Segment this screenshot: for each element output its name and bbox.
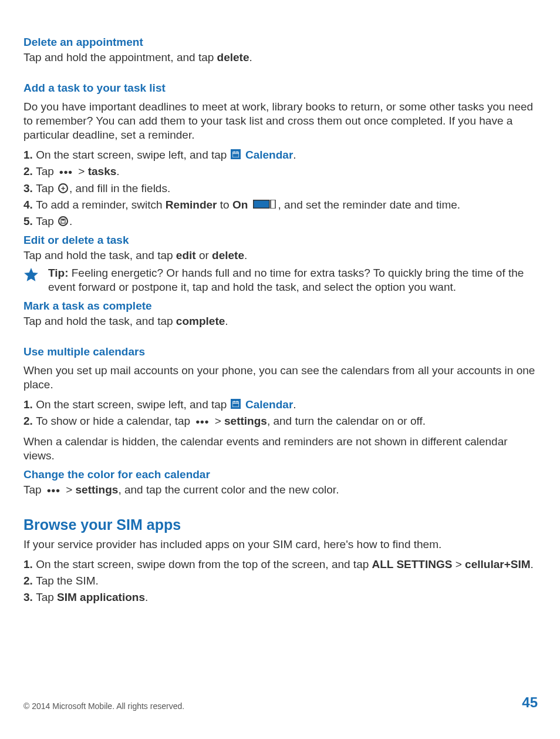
text-bold-tasks: tasks [88, 165, 117, 177]
text: Tap [36, 182, 57, 194]
svg-rect-9 [232, 402, 239, 407]
text: Feeling energetic? Or hands full and no … [48, 267, 524, 293]
text: . [225, 315, 228, 327]
section-heading-change-color: Change the color for each calendar [23, 468, 538, 482]
text: . [293, 398, 296, 411]
text: . [244, 249, 247, 261]
step-number: 3. [23, 591, 36, 603]
text-bold-reminder: Reminder [166, 199, 217, 211]
text: . [249, 51, 252, 63]
body-text: Tap and hold the task, and tap complete. [23, 314, 538, 328]
section-heading-sim-apps: Browse your SIM apps [23, 518, 538, 532]
step-number: 2. [23, 165, 36, 177]
text-bold-edit: edit [176, 249, 196, 261]
text [248, 199, 251, 211]
text: Tap [36, 165, 57, 177]
more-icon: ••• [47, 483, 60, 498]
step-number: 1. [23, 398, 36, 411]
text-bold-sim-applications: SIM applications [57, 591, 145, 603]
text: On the start screen, swipe left, and tap [36, 149, 230, 161]
text-bold-calendar: Calendar [245, 398, 293, 411]
page-number: 45 [522, 694, 538, 711]
text: Tap [36, 591, 57, 603]
section-heading-multi-calendars: Use multiple calendars [23, 345, 538, 359]
more-icon: ••• [59, 165, 73, 179]
text: , and turn the calendar on or off. [267, 415, 426, 427]
body-text: Tap ••• > settings, and tap the current … [23, 483, 538, 498]
more-icon: ••• [195, 415, 209, 429]
text: Tap and hold the appointment, and tap [23, 51, 217, 63]
step-number: 3. [23, 182, 36, 194]
text-bold-cellular-sim: cellular+SIM [465, 558, 530, 570]
text: . [116, 165, 119, 177]
text: To add a reminder, switch [36, 199, 166, 211]
save-icon [58, 216, 68, 226]
text: Tap [23, 483, 45, 496]
step-line: 1. On the start screen, swipe left, and … [23, 398, 538, 412]
step-number: 1. [23, 558, 36, 570]
step-number: 2. [23, 575, 36, 587]
step-number: 5. [23, 215, 36, 227]
section-heading-mark-complete: Mark a task as complete [23, 299, 538, 313]
step-line: 1. On the start screen, swipe down from … [23, 557, 538, 572]
step-line: 4. To add a reminder, switch Reminder to… [23, 198, 538, 212]
svg-rect-4 [253, 200, 269, 209]
step-line: 3. Tap SIM applications. [23, 590, 538, 604]
step-number: 1. [23, 149, 36, 161]
step-line: 2. Tap the SIM. [23, 574, 538, 588]
section-heading-delete-appointment: Delete an appointment [23, 35, 538, 49]
body-text: Tap and hold the appointment, and tap de… [23, 51, 538, 65]
text: to [217, 199, 232, 211]
text-bold-on: On [232, 199, 248, 211]
text: Tap and hold the task, and tap [23, 249, 176, 261]
text-bold-settings: settings [76, 483, 119, 496]
text: , and fill in the fields. [69, 182, 170, 194]
svg-rect-7 [62, 219, 65, 221]
text: > [211, 415, 224, 427]
text: . [69, 215, 72, 227]
text: > [452, 558, 465, 570]
calendar-icon [231, 149, 241, 159]
body-text: Do you have important deadlines to meet … [23, 100, 538, 142]
text-bold-all-settings: ALL SETTINGS [372, 558, 453, 570]
text: Tap and hold the task, and tap [23, 315, 176, 327]
text-bold-calendar: Calendar [245, 149, 293, 161]
step-line: 2. Tap ••• > tasks. [23, 164, 538, 179]
step-line: 3. Tap +, and fill in the fields. [23, 182, 538, 196]
tip-label: Tip: [48, 267, 72, 279]
step-line: 2. To show or hide a calendar, tap ••• >… [23, 414, 538, 429]
text: Tap the SIM. [36, 575, 99, 587]
text: > [75, 165, 88, 177]
tip-text: Tip: Feeling energetic? Or hands full an… [48, 266, 538, 294]
text-bold-complete: complete [176, 315, 225, 327]
body-text: Tap and hold the task, and tap edit or d… [23, 248, 538, 263]
svg-rect-0 [232, 152, 239, 157]
toggle-on-icon [253, 200, 276, 209]
add-icon: + [58, 183, 68, 193]
text: To show or hide a calendar, tap [36, 415, 193, 427]
tip-block: Tip: Feeling energetic? Or hands full an… [23, 266, 538, 294]
svg-rect-5 [271, 200, 275, 209]
step-line: 5. Tap . [23, 214, 538, 229]
text-bold-settings: settings [224, 415, 267, 427]
step-number: 2. [23, 415, 36, 427]
text: Tap [36, 215, 57, 227]
text: . [145, 591, 148, 603]
text: On the start screen, swipe left, and tap [36, 398, 230, 411]
text-bold-delete: delete [212, 249, 244, 261]
svg-marker-8 [24, 268, 38, 281]
section-heading-edit-task: Edit or delete a task [23, 233, 538, 247]
text: On the start screen, swipe down from the… [36, 558, 372, 570]
text: , and tap the current color and the new … [118, 483, 339, 496]
text: . [531, 558, 534, 570]
text: , and set the reminder date and time. [278, 199, 461, 211]
body-text: When you set up mail accounts on your ph… [23, 364, 538, 392]
step-number: 4. [23, 199, 36, 211]
body-text: When a calendar is hidden, the calendar … [23, 435, 538, 463]
page-footer: © 2014 Microsoft Mobile. All rights rese… [23, 694, 538, 711]
star-icon [23, 267, 40, 285]
body-text: If your service provider has included ap… [23, 538, 538, 552]
section-heading-add-task: Add a task to your task list [23, 81, 538, 95]
text: or [196, 249, 212, 261]
text: > [63, 483, 76, 496]
